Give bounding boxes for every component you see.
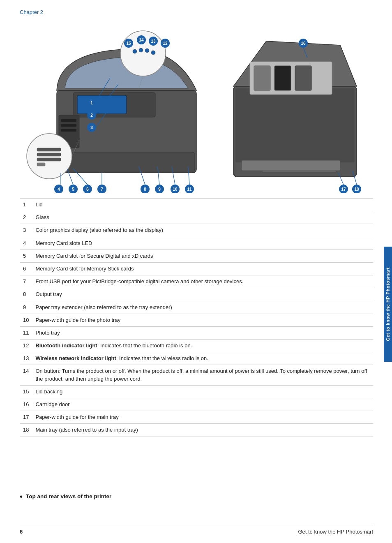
row-number: 13 (20, 352, 32, 365)
row-description: Memory Card slot for Secure Digital and … (32, 250, 373, 262)
table-row: 7Front USB port for your PictBridge-comp… (20, 275, 373, 288)
svg-text:6: 6 (86, 187, 89, 192)
svg-text:1: 1 (90, 101, 93, 105)
printer-diagram: 1 2 3 4 5 6 7 (20, 21, 373, 193)
row-number: 6 (20, 262, 32, 275)
svg-rect-22 (235, 88, 355, 162)
svg-rect-2 (77, 95, 127, 114)
row-description: Lid (32, 199, 373, 211)
svg-text:14: 14 (139, 38, 144, 42)
row-description: Photo tray (32, 326, 373, 339)
table-row: 13Wireless network indicator light: Indi… (20, 352, 373, 365)
row-number: 16 (20, 398, 32, 411)
table-row: 8Output tray (20, 288, 373, 301)
footer-title: Get to know the HP Photosmart (298, 529, 373, 535)
svg-text:7: 7 (101, 187, 103, 192)
svg-text:2: 2 (90, 113, 93, 118)
svg-rect-26 (295, 66, 311, 90)
side-label-text: Get to know the HP Photosmart (385, 267, 390, 341)
svg-rect-12 (37, 158, 61, 161)
table-row: 12Bluetooth indicator light: Indicates t… (20, 340, 373, 352)
svg-text:12: 12 (163, 41, 168, 46)
table-row: 10Paper-width guide for the photo tray (20, 314, 373, 326)
row-number: 8 (20, 288, 32, 301)
row-number: 3 (20, 224, 32, 237)
svg-text:9: 9 (158, 187, 161, 192)
svg-text:3: 3 (90, 125, 93, 130)
row-number: 15 (20, 385, 32, 398)
row-number: 9 (20, 301, 32, 314)
table-row: 1Lid (20, 199, 373, 211)
svg-text:8: 8 (144, 187, 146, 192)
svg-point-16 (133, 49, 137, 53)
table-row: 2Glass (20, 211, 373, 224)
svg-rect-10 (37, 148, 61, 151)
table-row: 5Memory Card slot for Secure Digital and… (20, 250, 373, 262)
row-number: 5 (20, 250, 32, 262)
table-row: 17Paper-width guide for the main tray (20, 411, 373, 424)
bullet-section: • Top and rear views of the printer (20, 493, 373, 501)
bullet-dot: • (20, 492, 23, 501)
row-description: Front USB port for your PictBridge-compa… (32, 275, 373, 288)
table-row: 6Memory Card slot for Memory Stick cards (20, 262, 373, 275)
svg-text:11: 11 (187, 187, 192, 192)
svg-rect-25 (274, 66, 291, 90)
svg-rect-11 (37, 153, 61, 156)
row-number: 11 (20, 326, 32, 339)
side-label-bar: Get to know the HP Photosmart (384, 247, 392, 362)
table-row: 4Memory Card slots LED (20, 237, 373, 250)
bullet-item: • Top and rear views of the printer (20, 493, 373, 501)
row-number: 7 (20, 275, 32, 288)
row-description: Glass (32, 211, 373, 224)
row-number: 2 (20, 211, 32, 224)
row-number: 17 (20, 411, 32, 424)
table-row: 11Photo tray (20, 326, 373, 339)
svg-rect-13 (37, 163, 45, 166)
row-description: On button: Turns the product on or off. … (32, 365, 373, 385)
row-description: Paper-width guide for the main tray (32, 411, 373, 424)
footer: 6 Get to know the HP Photosmart (20, 525, 373, 535)
row-description: Wireless network indicator light: Indica… (32, 352, 373, 365)
row-description: Main tray (also referred to as the input… (32, 424, 373, 437)
svg-rect-24 (254, 66, 270, 90)
chapter-label: Chapter 2 (20, 9, 43, 15)
row-description: Paper-width guide for the photo tray (32, 314, 373, 326)
svg-rect-6 (61, 119, 76, 122)
table-row: 16Cartridge door (20, 398, 373, 411)
svg-rect-28 (242, 160, 340, 171)
parts-table-container: 1Lid2Glass3Color graphics display (also … (20, 198, 373, 437)
row-description: Paper tray extender (also referred to as… (32, 301, 373, 314)
bullet-text: Top and rear views of the printer (26, 493, 111, 499)
row-description: Color graphics display (also referred to… (32, 224, 373, 237)
table-row: 3Color graphics display (also referred t… (20, 224, 373, 237)
svg-text:18: 18 (354, 187, 359, 192)
row-description: Cartridge door (32, 398, 373, 411)
svg-point-19 (151, 51, 155, 55)
svg-text:13: 13 (151, 39, 156, 44)
row-description: Memory Card slots LED (32, 237, 373, 250)
parts-table: 1Lid2Glass3Color graphics display (also … (20, 198, 373, 437)
footer-page-number: 6 (20, 529, 23, 535)
table-row: 15Lid backing (20, 385, 373, 398)
svg-point-18 (145, 49, 149, 53)
row-description: Bluetooth indicator light: Indicates tha… (32, 340, 373, 352)
table-row: 18Main tray (also referred to as the inp… (20, 424, 373, 437)
svg-text:4: 4 (58, 187, 60, 192)
svg-rect-7 (61, 124, 76, 127)
svg-text:17: 17 (341, 187, 346, 192)
row-number: 1 (20, 199, 32, 211)
svg-rect-8 (61, 129, 76, 132)
row-number: 10 (20, 314, 32, 326)
row-number: 12 (20, 340, 32, 352)
svg-point-17 (139, 48, 143, 52)
row-description: Output tray (32, 288, 373, 301)
table-row: 9Paper tray extender (also referred to a… (20, 301, 373, 314)
table-row: 14On button: Turns the product on or off… (20, 365, 373, 385)
row-description: Lid backing (32, 385, 373, 398)
svg-text:10: 10 (173, 187, 178, 192)
diagram-area: 1 2 3 4 5 6 7 (20, 21, 373, 193)
svg-text:16: 16 (301, 41, 306, 46)
row-number: 4 (20, 237, 32, 250)
svg-text:15: 15 (126, 41, 131, 46)
svg-text:5: 5 (72, 187, 74, 192)
